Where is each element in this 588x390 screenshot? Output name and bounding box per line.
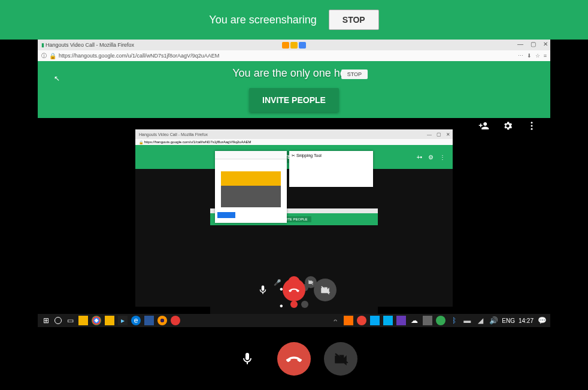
info-icon: ⓘ xyxy=(41,52,47,60)
taskbar-language[interactable]: ENG xyxy=(502,318,515,324)
cortana-icon[interactable] xyxy=(54,317,62,324)
hangouts-tab-icon: ▮ xyxy=(41,42,44,48)
tray-purple-icon[interactable] xyxy=(396,316,406,325)
snipping-tool-window: ✂ Snipping Tool xyxy=(289,151,373,187)
recursion-layer-2: INVITE PEOPLE • • xyxy=(210,208,378,322)
taskbar-clock[interactable]: 14:27 xyxy=(519,318,534,324)
opera-icon[interactable] xyxy=(171,316,180,325)
options-icon[interactable]: ⋯ xyxy=(518,53,523,59)
firefox-icon xyxy=(282,42,289,49)
minimize-button[interactable]: — xyxy=(517,41,523,47)
screenshare-banner: You are screensharing STOP xyxy=(0,0,588,40)
settings-gear-icon[interactable] xyxy=(502,120,513,131)
inner-end-call-button[interactable] xyxy=(283,279,305,301)
tray-cloud-icon[interactable]: ☁ xyxy=(410,316,419,325)
browser-chrome: ▮ Hangouts Video Call - Mozilla Firefox … xyxy=(38,40,550,61)
only-one-here-text: You are the only one here xyxy=(232,67,356,80)
deep-windows: ✂ Snipping Tool xyxy=(215,151,373,223)
word-icon[interactable] xyxy=(144,316,154,325)
pocket-icon[interactable]: ⬇ xyxy=(527,53,532,59)
edge-icon[interactable]: e xyxy=(131,316,141,325)
app-icon[interactable]: ▸ xyxy=(118,316,128,325)
taskview-icon[interactable]: ▭ xyxy=(65,316,75,325)
tray-wifi-icon[interactable]: ◢ xyxy=(475,316,485,325)
bookmark-icon[interactable]: ☆ xyxy=(535,53,540,59)
call-header-actions xyxy=(478,120,537,131)
address-bar[interactable]: ⓘ 🔒 https://hangouts.google.com/u/1/call… xyxy=(38,50,550,61)
chrome-icon[interactable] xyxy=(92,316,101,325)
end-call-button[interactable] xyxy=(277,342,311,376)
close-window-button[interactable]: ✕ xyxy=(543,41,548,47)
snipping-tool-title: ✂ Snipping Tool xyxy=(289,151,373,161)
call-controls xyxy=(231,342,357,376)
r-add-icon: +• xyxy=(417,154,422,161)
inner-camera-off-button[interactable] xyxy=(314,279,337,301)
lock-icon: 🔒 xyxy=(49,53,56,59)
tray-sound-icon[interactable]: 🔊 xyxy=(489,316,498,325)
tray-blue-icon[interactable] xyxy=(370,316,380,325)
invite-people-button[interactable]: INVITE PEOPLE xyxy=(249,88,339,112)
svg-point-0 xyxy=(531,122,533,123)
menu-icon[interactable]: ≡ xyxy=(544,53,547,59)
tray-red-icon[interactable] xyxy=(357,316,366,325)
tray-orange-icon[interactable] xyxy=(344,316,353,325)
svg-point-1 xyxy=(531,125,533,127)
more-options-icon[interactable] xyxy=(526,120,537,131)
tray-green-icon[interactable] xyxy=(436,316,445,325)
explorer-icon[interactable] xyxy=(78,316,88,325)
cursor-icon: ↖ xyxy=(54,74,60,83)
extension-icon xyxy=(290,42,298,49)
stop-screenshare-button[interactable]: STOP xyxy=(329,10,379,30)
firefox-taskbar-icon[interactable] xyxy=(157,316,167,325)
r-more-icon: ⋮ xyxy=(440,154,445,161)
add-person-icon[interactable] xyxy=(478,120,489,131)
camera-toggle-button[interactable] xyxy=(324,342,357,376)
notification-center-icon[interactable]: 💬 xyxy=(537,316,547,325)
windows-taskbar: ⊞ ▭ ▸ e ᴖ ☁ ᛒ ▬ ◢ 🔊 ENG 14:27 💬 xyxy=(38,314,550,327)
tray-battery-icon[interactable]: ▬ xyxy=(462,316,472,325)
recursion-tab-title: Hangouts Video Call - Mozilla Firefox xyxy=(139,132,208,137)
tray-bt-icon[interactable]: ᛒ xyxy=(449,316,459,325)
browser-tab-title: Hangouts Video Call - Mozilla Firefox xyxy=(46,42,134,48)
tray-up-icon[interactable]: ᴖ xyxy=(331,316,340,325)
deep-dialog-window xyxy=(215,151,287,223)
recursion-url: https://hangouts.google.com/u/1/call/wND… xyxy=(144,140,251,144)
svg-point-2 xyxy=(531,128,533,130)
inner-stop-button: STOP xyxy=(341,69,368,79)
extension-icon-2 xyxy=(299,42,306,49)
tray-skype-icon[interactable] xyxy=(383,316,393,325)
inner-mic-button[interactable] xyxy=(251,279,274,301)
maximize-button[interactable]: ▢ xyxy=(531,41,536,47)
url-text: https://hangouts.google.com/u/1/call/wND… xyxy=(59,53,219,59)
browser-tab-bar: ▮ Hangouts Video Call - Mozilla Firefox … xyxy=(38,40,550,50)
start-button[interactable]: ⊞ xyxy=(41,316,51,325)
tray-gray-icon[interactable] xyxy=(423,316,432,325)
calendar-icon[interactable] xyxy=(105,316,114,325)
mic-toggle-button[interactable] xyxy=(231,342,264,376)
empty-call-banner: ↖ STOP You are the only one here INVITE … xyxy=(38,61,550,118)
r-gear-icon: ⚙ xyxy=(428,154,434,161)
inner-call-controls xyxy=(251,279,337,301)
screenshare-text: You are screensharing xyxy=(209,14,316,26)
